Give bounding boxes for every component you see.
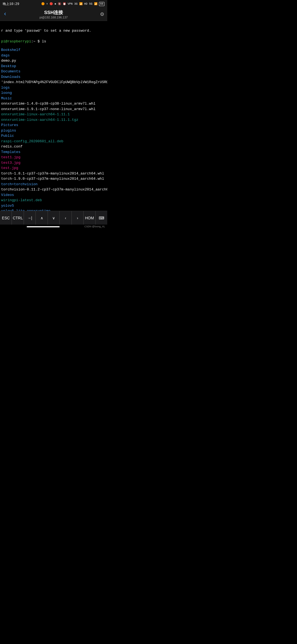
file-entry: onnxruntime-linux-aarch64-1.11.1.tgz: [1, 118, 78, 122]
status-icons-group: 🟠 ⬇ 🔴 ✱ 🔇 ⏰ VPN 3G 📶 HD 5G 📶 66: [41, 2, 105, 6]
back-button[interactable]: ‹: [3, 11, 7, 18]
file-entry: test3.jpg: [1, 161, 20, 165]
file-entry: Downloads: [1, 75, 20, 79]
battery-indicator: 66: [99, 2, 105, 6]
connection-subtitle: pi@192.168.196.137: [40, 16, 68, 19]
file-entry: raspi-config_20200601_all.deb: [1, 139, 63, 143]
cmd1: ls: [40, 39, 46, 43]
key-up[interactable]: ∧: [36, 211, 48, 225]
key-right[interactable]: ›: [72, 211, 84, 225]
file-entry: wiringpi-latest.deb: [1, 198, 42, 202]
key-down[interactable]: ∨: [48, 211, 60, 225]
file-entry: test.jpg: [1, 166, 18, 170]
status-bar: 晚上10:29 🟠 ⬇ 🔴 ✱ 🔇 ⏰ VPN 3G 📶 HD 5G 📶 66: [0, 0, 107, 8]
file-entry: torch+torchvision: [1, 182, 38, 186]
key-esc[interactable]: ESC: [0, 211, 12, 225]
file-entry: torch-1.9.0-cp37-cp37m-manylinux2014_aar…: [1, 177, 104, 181]
file-entry: torch-1.8.1-cp37-cp37m-manylinux2014_aar…: [1, 171, 104, 176]
file-entry: Desktop: [1, 64, 16, 68]
file-entry: Public: [1, 134, 14, 138]
file-entry: onnxruntime-linux-aarch64-1.11.1: [1, 112, 70, 116]
file-entry: redis.conf: [1, 144, 23, 149]
terminal-scroll[interactable]: r and type 'passwd' to set a new passwor…: [0, 21, 107, 211]
prompt1-sep: :~ $: [31, 39, 40, 43]
file-entry: loong: [1, 91, 12, 95]
intro-line: r and type 'passwd' to set a new passwor…: [1, 29, 91, 33]
file-entry: demo.py: [1, 59, 16, 63]
bottom-footer: CSDN @loong_XL: [0, 225, 107, 229]
title-center: SSH连接 pi@192.168.196.137: [40, 9, 68, 19]
connection-title: SSH连接: [40, 9, 68, 16]
file-entry: Templates: [1, 150, 20, 154]
file-entry: dags: [1, 53, 10, 58]
file-entry: plugins: [1, 129, 16, 133]
file-entry: yolov5: [1, 204, 14, 208]
file-entry: test1.jpg: [1, 155, 20, 159]
file-entry: logs: [1, 86, 10, 90]
key-keyboard[interactable]: ⌨: [96, 211, 107, 225]
terminal-files: Bookshelf dags demo.py Desktop Documents…: [0, 46, 107, 211]
terminal-output: r and type 'passwd' to set a new passwor…: [0, 21, 107, 46]
status-time: 晚上10:29: [3, 2, 19, 6]
prompt1-user: pi@raspberrypi: [1, 39, 31, 43]
file-entry: torchvision-0.11.2-cp37-cp37m-manylinux2…: [1, 187, 107, 192]
settings-button[interactable]: ⚙: [100, 10, 104, 18]
key-home[interactable]: HOM: [84, 211, 95, 225]
title-bar: ‹ SSH连接 pi@192.168.196.137 ⚙: [0, 8, 107, 21]
status-icons: 🟠 ⬇ 🔴 ✱ 🔇 ⏰ VPN 3G 📶 HD 5G 📶 66: [41, 2, 105, 6]
file-entry: 'index.html?UDYAPg4%2FVGUDClFpUWQBbVplVW…: [1, 80, 107, 84]
file-entry: yolov5-lite-onnxruntime: [1, 209, 50, 211]
file-entry: Documents: [1, 69, 20, 73]
file-entry: Videos: [1, 193, 14, 197]
file-entry: onnxruntime-1.9.1-cp37-none-linux_armv7l…: [1, 107, 95, 111]
file-entry: Music: [1, 96, 12, 100]
footer-text: CSDN @loong_XL: [84, 225, 105, 228]
key-ctrl[interactable]: CTRL: [12, 211, 24, 225]
file-entry: Pictures: [1, 123, 18, 127]
key-left[interactable]: ‹: [60, 211, 72, 225]
bottom-keyboard-bar: ESC CTRL →| ∧ ∨ ‹ › HOM ⌨: [0, 211, 107, 225]
key-tab[interactable]: →|: [24, 211, 36, 225]
nav-indicator: [27, 226, 60, 227]
file-entry: Bookshelf: [1, 48, 20, 52]
file-entry: onnxruntime-1.4.0-cp38-cp38-linux_armv7l…: [1, 102, 95, 106]
